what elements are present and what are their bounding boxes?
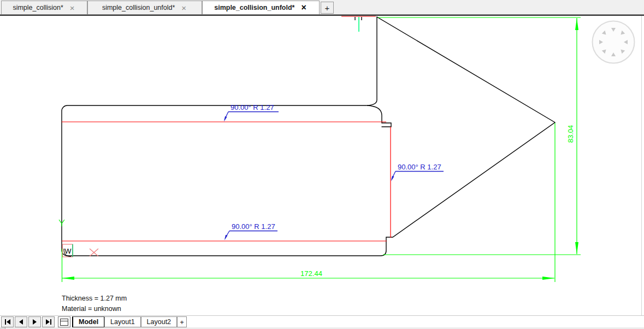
bend-label-bottom[interactable]: 90.00° R 1.27: [224, 222, 277, 240]
tab-layout2-label: Layout2: [147, 318, 171, 326]
layout-list-button[interactable]: [58, 316, 70, 327]
next-arrow-icon: [46, 319, 50, 325]
next-layout-button[interactable]: [28, 316, 41, 327]
close-icon[interactable]: ×: [69, 4, 76, 12]
cad-drawing: 172.44 83.04 90.00° R 1.27 90.00° R 1.27: [0, 16, 644, 315]
doc-tab-simple-collision-unfold-2-active[interactable]: simple_collision_unfold* ×: [202, 1, 320, 14]
tab-model[interactable]: Model: [72, 316, 104, 327]
tab-layout1[interactable]: Layout1: [104, 316, 140, 327]
doc-tab-simple-collision-unfold-1[interactable]: simple_collision_unfold* ×: [87, 1, 202, 14]
doc-tab-simple-collision[interactable]: simple_collision* ×: [1, 1, 87, 14]
previous-arrow-icon: [19, 319, 23, 325]
document-tabbar: simple_collision* × simple_collision_unf…: [0, 0, 644, 14]
point-marker-x[interactable]: [90, 249, 98, 256]
width-dimension[interactable]: [59, 123, 555, 282]
top-notch[interactable]: [355, 16, 362, 20]
tab-layout2[interactable]: Layout2: [141, 316, 177, 327]
material-note: Material = unknown: [62, 305, 121, 313]
close-icon[interactable]: ×: [180, 4, 187, 12]
doc-tab-label: simple_collision_unfold*: [214, 4, 294, 11]
view-compass[interactable]: [593, 21, 635, 63]
height-dimension[interactable]: [378, 17, 581, 255]
last-layout-button[interactable]: [42, 316, 55, 327]
first-page-icon: [5, 319, 6, 325]
svg-text:90.00° R 1.27: 90.00° R 1.27: [231, 103, 274, 111]
tab-layout1-label: Layout1: [110, 318, 134, 326]
next-arrow-icon: [33, 319, 37, 325]
bend-lines[interactable]: [62, 122, 391, 241]
height-dimension-value[interactable]: 83.04: [566, 125, 575, 143]
thickness-note: Thickness = 1.27 mm: [62, 295, 127, 302]
width-dimension-value[interactable]: 172.44: [300, 269, 322, 278]
dim-arrow-down-icon: [575, 242, 578, 254]
first-layout-button[interactable]: [1, 316, 14, 327]
new-document-tab-button[interactable]: +: [321, 2, 334, 14]
drawing-canvas[interactable]: 172.44 83.04 90.00° R 1.27 90.00° R 1.27: [0, 16, 644, 315]
dim-arrow-right-icon: [542, 277, 554, 280]
previous-layout-button[interactable]: [15, 316, 27, 327]
dim-arrow-left-icon: [62, 277, 74, 280]
previous-arrow-icon: [7, 319, 10, 325]
bend-annotations: 90.00° R 1.27 90.00° R 1.27 90.00° R 1.2…: [224, 103, 444, 240]
close-icon[interactable]: ×: [300, 3, 307, 12]
part-outline-path[interactable]: [62, 17, 555, 256]
w-marker-letter: W: [64, 247, 72, 255]
svg-text:90.00° R 1.27: 90.00° R 1.27: [398, 163, 441, 171]
part-outline[interactable]: [62, 16, 555, 256]
doc-tab-label: simple_collision_unfold*: [102, 4, 175, 11]
cad-application-window: simple_collision* × simple_collision_unf…: [0, 0, 644, 329]
add-layout-button[interactable]: +: [177, 316, 187, 327]
flange-thickness-tab[interactable]: [367, 105, 391, 127]
layout-page-icon: [60, 319, 68, 326]
layout-tabbar: Model Layout1 Layout2 +: [0, 315, 644, 328]
bend-label-top[interactable]: 90.00° R 1.27: [224, 103, 279, 122]
dim-arrow-up-icon: [575, 18, 578, 30]
tab-model-label: Model: [79, 318, 98, 326]
doc-tab-label: simple_collision*: [13, 4, 63, 11]
svg-text:90.00° R 1.27: 90.00° R 1.27: [232, 222, 275, 231]
bend-label-middle[interactable]: 90.00° R 1.27: [391, 163, 444, 181]
last-page-icon: [50, 319, 51, 325]
